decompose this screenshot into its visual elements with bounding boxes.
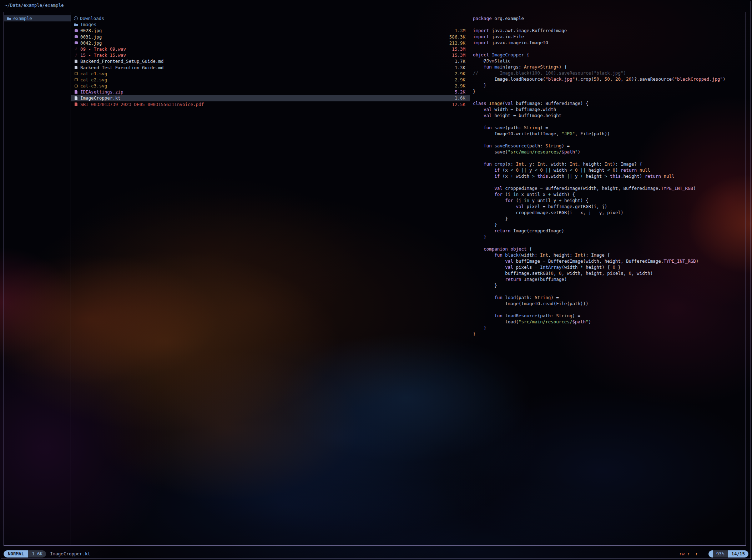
code-line <box>473 307 746 313</box>
file-name: 0028.jpg <box>80 27 102 34</box>
code-line: val height = buffImage.height <box>473 112 746 118</box>
file-size: 2.9K <box>455 77 465 83</box>
mode-badge: NORMAL <box>4 550 28 558</box>
file-row[interactable]: 0028.jpg1.3M <box>71 27 470 34</box>
file-row[interactable]: Backend_Test_Execution_Guide.md1.3K <box>71 65 470 71</box>
file-row[interactable]: cal-c1.svg2.9K <box>71 71 470 77</box>
file-row[interactable]: 0031.jpg586.3K <box>71 34 470 40</box>
file-name: Backend_Test_Execution_Guide.md <box>80 65 163 71</box>
code-line: for (j in y until y + height) { <box>473 197 746 203</box>
file-size: 12.5K <box>452 101 465 107</box>
code-line <box>473 288 746 294</box>
file-size: 1.3M <box>455 27 465 34</box>
file-size: 5.2K <box>455 89 465 95</box>
file-size-badge: 1.6K <box>28 550 46 558</box>
file-position: 14/15 <box>728 550 748 558</box>
file-row[interactable]: 0042.jpg212.9K <box>71 40 470 46</box>
file-row[interactable]: cal-c3.svg2.9K <box>71 83 470 89</box>
breadcrumb-path: ~/Data/example/example <box>5 2 64 9</box>
file-name: 09 - Track 09.wav <box>80 46 126 52</box>
file-row[interactable]: Backend_Frontend_Setup_Guide.md1.7K <box>71 58 470 64</box>
audio-icon <box>74 47 78 51</box>
code-line: ImageIO.write(buffImage, "JPG", File(pat… <box>473 131 746 137</box>
file-row[interactable]: SBI_0032013739_2023_DE05_0003155631Invoi… <box>71 101 470 107</box>
code-line: val croppedImage = BufferedImage(width, … <box>473 185 746 191</box>
file-name: 0042.jpg <box>80 40 102 46</box>
image-icon <box>74 41 78 45</box>
file-name: 0031.jpg <box>80 34 102 40</box>
file-permissions: -rw-r--r-- <box>676 551 703 556</box>
code-view: package org.example import java.awt.imag… <box>470 12 746 337</box>
code-line: return Image(buffImage) <box>473 276 746 282</box>
code-line <box>473 118 746 125</box>
code-line: class Image(val buffImage: BufferedImage… <box>473 100 746 106</box>
file-size: 1.7K <box>455 58 465 64</box>
code-line <box>473 137 746 143</box>
code-line: val buffImage = BufferedImage(width, hei… <box>473 258 746 264</box>
code-line: Image.loadResource("black.jpg").crop(50,… <box>473 76 746 82</box>
doc-icon <box>74 59 78 64</box>
file-size: 212.9K <box>449 40 465 46</box>
parent-list: example <box>4 15 71 21</box>
pane-container: example DownloadsImages0028.jpg1.3M0031.… <box>4 12 746 546</box>
file-name: cal-c2.svg <box>80 77 107 83</box>
code-line <box>473 21 746 27</box>
code-line: } <box>473 222 746 228</box>
code-line: } <box>473 82 746 88</box>
audio-icon <box>74 53 78 57</box>
code-line: croppedImage.setRGB(i - x, j - y, pixel) <box>473 210 746 216</box>
image-icon <box>74 29 78 33</box>
file-row[interactable]: 15 - Track 15.wav15.3M <box>71 52 470 58</box>
pdf-icon <box>74 102 78 106</box>
file-row[interactable]: 09 - Track 09.wav15.3M <box>71 46 470 52</box>
archive-icon <box>74 90 78 94</box>
code-line: return Image(croppedImage) <box>473 228 746 234</box>
code-line: Image(ImageIO.read(File(path))) <box>473 301 746 307</box>
scroll-percent: 93% <box>713 550 728 558</box>
file-size: 2.9K <box>455 71 465 77</box>
file-row[interactable]: cal-c2.svg2.9K <box>71 77 470 83</box>
file-name: IDEAsettings.zip <box>80 89 123 95</box>
parent-dir-row[interactable]: example <box>4 15 71 21</box>
status-right: -rw-r--r-- 93% 14/15 <box>676 550 748 558</box>
file-list-pane: DownloadsImages0028.jpg1.3M0031.jpg586.3… <box>71 12 470 545</box>
mode-pill: NORMAL 1.6K <box>4 550 46 558</box>
code-line: object ImageCropper { <box>473 52 746 58</box>
code-line: fun load(path: String) = <box>473 294 746 301</box>
file-row[interactable]: Downloads <box>71 15 470 21</box>
code-line: } <box>473 234 746 240</box>
code-line: @JvmStatic <box>473 58 746 64</box>
code-line: fun main(args: Array<String>) { <box>473 64 746 70</box>
file-name: Downloads <box>80 15 104 21</box>
file-row[interactable]: Images <box>71 21 470 27</box>
vector-icon <box>74 77 78 82</box>
code-line: load("src/main/resources/$path") <box>473 319 746 325</box>
vector-icon <box>74 84 78 88</box>
parent-dir-name: example <box>13 15 32 21</box>
file-size: 1.3K <box>455 65 465 71</box>
status-filename: ImageCropper.kt <box>50 551 90 556</box>
file-list: DownloadsImages0028.jpg1.3M0031.jpg586.3… <box>71 15 470 107</box>
download-icon <box>74 16 78 20</box>
file-size: 586.3K <box>449 34 465 40</box>
status-left: NORMAL 1.6K ImageCropper.kt <box>4 550 90 558</box>
code-line: } <box>473 88 746 94</box>
file-name: cal-c3.svg <box>80 83 107 89</box>
code-line: } <box>473 216 746 222</box>
code-line: if (x + width > this.width || y + height… <box>473 173 746 179</box>
preview-pane: package org.example import java.awt.imag… <box>470 12 746 545</box>
file-size: 2.9K <box>455 83 465 89</box>
code-line: buffImage.setRGB(0, 0, width, height, pi… <box>473 270 746 276</box>
code-line: } <box>473 331 746 337</box>
file-size: 15.3M <box>452 52 465 58</box>
parent-pane: example <box>4 12 71 545</box>
file-icon <box>74 96 78 100</box>
yazi-window: ~/Data/example/example example Downloads… <box>0 0 752 560</box>
image-icon <box>74 35 78 39</box>
code-line: fun loadResource(path: String) = <box>473 313 746 319</box>
file-row[interactable]: ImageCropper.kt1.6K <box>71 95 470 101</box>
file-row[interactable]: IDEAsettings.zip5.2K <box>71 89 470 95</box>
code-line: fun crop(x: Int, y: Int, width: Int, hei… <box>473 161 746 167</box>
file-name: cal-c1.svg <box>80 71 107 77</box>
code-line <box>473 155 746 161</box>
